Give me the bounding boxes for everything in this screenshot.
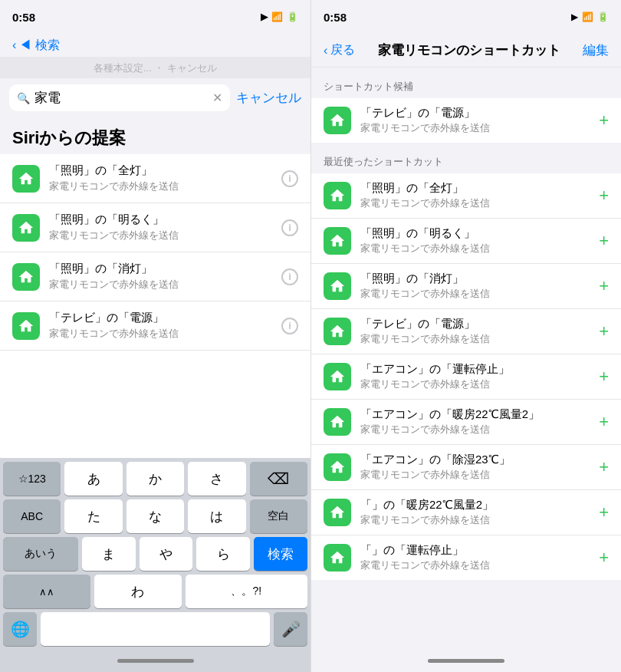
kb-key-ha[interactable]: は <box>188 499 245 533</box>
kb-key-ka[interactable]: か <box>127 462 184 496</box>
suggestion-item-3[interactable]: 「テレビ」の「電源」 家電リモコンで赤外線を送信 i <box>0 301 310 351</box>
add-button-4[interactable]: + <box>599 368 609 385</box>
home-bar <box>117 659 194 663</box>
info-button-3[interactable]: i <box>281 318 298 334</box>
kb-key-ra[interactable]: ら <box>196 537 250 571</box>
recent-group: 「照明」の「全灯」 家電リモコンで赤外線を送信 + 「照明」の「明るく」 家電リ… <box>311 173 621 580</box>
recent-text-1: 「照明」の「明るく」 家電リモコンで赤外線を送信 <box>360 226 590 255</box>
add-button-7[interactable]: + <box>599 504 609 521</box>
recent-subtitle-1: 家電リモコンで赤外線を送信 <box>360 242 590 255</box>
kb-key-aiueo[interactable]: あいう <box>3 537 78 571</box>
search-bar-container: 🔍 家電 ✕ キャンセル <box>0 78 310 117</box>
globe-icon[interactable]: 🌐 <box>3 612 37 646</box>
add-button-6[interactable]: + <box>599 459 609 476</box>
siri-section-title: Siriからの提案 <box>0 117 310 154</box>
cancel-button[interactable]: キャンセル <box>236 89 301 107</box>
add-button-2[interactable]: + <box>599 278 609 295</box>
kb-key-abc[interactable]: ABC <box>3 499 61 533</box>
recent-title-8: 「」の「運転停止」 <box>360 543 590 558</box>
home-icon <box>329 368 346 385</box>
add-button-8[interactable]: + <box>599 549 609 566</box>
clear-button[interactable]: ✕ <box>212 91 222 105</box>
candidate-title-0: 「テレビ」の「電源」 <box>360 106 590 120</box>
kb-key-sa[interactable]: さ <box>188 462 245 496</box>
kb-key-a[interactable]: あ <box>64 462 122 496</box>
recent-item-0[interactable]: 「照明」の「全灯」 家電リモコンで赤外線を送信 + <box>311 173 621 219</box>
suggestion-icon-2 <box>12 263 40 291</box>
recent-text-4: 「エアコン」の「運転停止」 家電リモコンで赤外線を送信 <box>360 362 590 391</box>
recent-item-2[interactable]: 「照明」の「消灯」 家電リモコンで赤外線を送信 + <box>311 264 621 309</box>
kb-key-wa[interactable]: わ <box>94 575 182 608</box>
recent-icon-0 <box>324 182 351 209</box>
kb-key-punct[interactable]: 、。?! <box>186 575 307 608</box>
info-button-1[interactable]: i <box>281 219 298 236</box>
add-button-5[interactable]: + <box>599 413 609 430</box>
recent-item-6[interactable]: 「エアコン」の「除湿23℃」 家電リモコンで赤外線を送信 + <box>311 445 621 490</box>
candidate-item-0[interactable]: 「テレビ」の「電源」 家電リモコンで赤外線を送信 + <box>311 98 621 143</box>
kb-key-space[interactable]: 空白 <box>250 499 307 533</box>
add-button-1[interactable]: + <box>599 232 609 249</box>
home-icon <box>329 459 346 476</box>
recent-item-1[interactable]: 「照明」の「明るく」 家電リモコンで赤外線を送信 + <box>311 219 621 264</box>
suggestion-title-0: 「照明」の「全灯」 <box>49 163 272 178</box>
recent-item-5[interactable]: 「エアコン」の「暖房22℃風量2」 家電リモコンで赤外線を送信 + <box>311 400 621 445</box>
info-button-2[interactable]: i <box>281 268 298 285</box>
kb-key-backspace[interactable]: ⌫ <box>250 462 307 496</box>
kb-key-ma[interactable]: ま <box>82 537 136 571</box>
edit-button[interactable]: 編集 <box>583 41 609 59</box>
home-bar-right <box>428 659 504 663</box>
suggestion-subtitle-2: 家電リモコンで赤外線を送信 <box>49 278 272 292</box>
kb-key-ya[interactable]: や <box>140 537 193 571</box>
kb-spacebar[interactable] <box>41 612 270 646</box>
recent-subtitle-2: 家電リモコンで赤外線を送信 <box>360 287 590 301</box>
recent-text-7: 「」の「暖房22℃風量2」 家電リモコンで赤外線を送信 <box>360 498 590 527</box>
recent-icon-1 <box>324 227 351 255</box>
left-back-nav[interactable]: ‹ ◀ 検索 <box>0 34 310 57</box>
kb-row-3: あいう ま や ら 検索 <box>0 533 310 571</box>
candidate-subtitle-0: 家電リモコンで赤外線を送信 <box>360 121 590 135</box>
add-button-0[interactable]: + <box>599 187 609 204</box>
suggestion-icon-0 <box>12 165 40 193</box>
search-input[interactable]: 家電 <box>34 89 208 107</box>
recent-icon-4 <box>324 363 351 390</box>
recent-title-6: 「エアコン」の「除湿23℃」 <box>360 453 590 467</box>
search-input-wrapper[interactable]: 🔍 家電 ✕ <box>9 84 230 111</box>
suggestion-item-2[interactable]: 「照明」の「消灯」 家電リモコンで赤外線を送信 i <box>0 252 310 301</box>
recent-item-8[interactable]: 「」の「運転停止」 家電リモコンで赤外線を送信 + <box>311 535 621 580</box>
candidates-section: ショートカット候補 「テレビ」の「電源」 家電リモコンで赤外線を送信 + <box>311 68 621 143</box>
recent-text-6: 「エアコン」の「除湿23℃」 家電リモコンで赤外線を送信 <box>360 453 590 482</box>
recent-text-8: 「」の「運転停止」 家電リモコンで赤外線を送信 <box>360 543 590 572</box>
suggestion-title-3: 「テレビ」の「電源」 <box>49 311 272 325</box>
home-indicator-left <box>0 649 310 672</box>
right-back-button[interactable]: ‹ 戻る <box>324 42 355 58</box>
kb-key-na[interactable]: な <box>127 499 184 533</box>
kb-key-ta[interactable]: た <box>64 499 122 533</box>
info-button-0[interactable]: i <box>281 170 298 187</box>
home-icon <box>18 268 34 285</box>
home-indicator-right <box>311 649 621 672</box>
add-button-candidate-0[interactable]: + <box>599 112 609 129</box>
home-icon <box>329 112 346 129</box>
home-icon <box>329 323 346 340</box>
right-page-title: 家電リモコンのショートカット <box>355 41 583 59</box>
home-icon <box>329 549 346 566</box>
kb-key-dakuten[interactable]: ∧∧ <box>3 575 90 608</box>
recent-item-3[interactable]: 「テレビ」の「電源」 家電リモコンで赤外線を送信 + <box>311 309 621 354</box>
kb-bottom-row: 🌐 🎤 <box>0 608 310 649</box>
suggestion-subtitle-0: 家電リモコンで赤外線を送信 <box>49 180 272 193</box>
recent-subtitle-4: 家電リモコンで赤外線を送信 <box>360 377 590 391</box>
recent-item-4[interactable]: 「エアコン」の「運転停止」 家電リモコンで赤外線を送信 + <box>311 354 621 400</box>
recent-section: 最近使ったショートカット 「照明」の「全灯」 家電リモコンで赤外線を送信 + <box>311 143 621 580</box>
kb-key-symbols[interactable]: ☆123 <box>3 462 61 496</box>
suggestion-item-0[interactable]: 「照明」の「全灯」 家電リモコンで赤外線を送信 i <box>0 154 310 203</box>
back-button[interactable]: ‹ ◀ 検索 <box>12 38 60 54</box>
recent-title-4: 「エアコン」の「運転停止」 <box>360 362 590 377</box>
kb-key-search[interactable]: 検索 <box>254 537 307 571</box>
add-button-3[interactable]: + <box>599 323 609 340</box>
recent-icon-7 <box>324 499 351 526</box>
suggestion-item-1[interactable]: 「照明」の「明るく」 家電リモコンで赤外線を送信 i <box>0 203 310 252</box>
recent-item-7[interactable]: 「」の「暖房22℃風量2」 家電リモコンで赤外線を送信 + <box>311 490 621 535</box>
microphone-icon[interactable]: 🎤 <box>274 612 307 646</box>
recent-title-7: 「」の「暖房22℃風量2」 <box>360 498 590 512</box>
home-icon <box>329 232 346 249</box>
